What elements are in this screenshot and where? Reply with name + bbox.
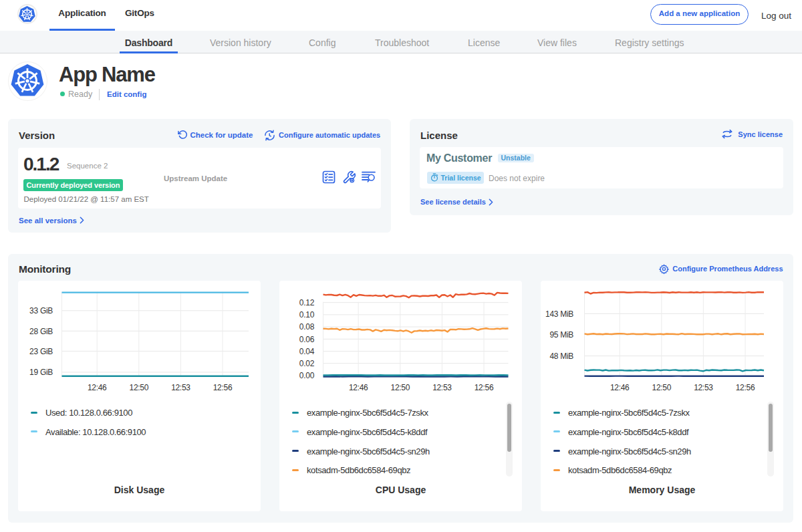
svg-text:12:50: 12:50	[130, 383, 149, 392]
svg-text:12:46: 12:46	[610, 383, 630, 392]
svg-text:12:56: 12:56	[213, 383, 233, 392]
svg-text:12:53: 12:53	[694, 383, 713, 392]
svg-text:12:46: 12:46	[349, 383, 368, 392]
svg-text:143 MiB: 143 MiB	[545, 309, 573, 319]
svg-text:0.04: 0.04	[299, 347, 315, 356]
svg-text:23 GiB: 23 GiB	[29, 347, 53, 356]
svg-text:0.12: 0.12	[299, 298, 315, 307]
svg-text:28 GiB: 28 GiB	[29, 327, 53, 336]
svg-text:0.08: 0.08	[299, 322, 315, 331]
svg-text:12:56: 12:56	[736, 383, 755, 392]
svg-text:95 MiB: 95 MiB	[549, 330, 573, 340]
svg-text:0.02: 0.02	[299, 359, 315, 368]
svg-text:12:53: 12:53	[432, 383, 452, 392]
svg-text:0.00: 0.00	[299, 371, 315, 380]
svg-text:12:46: 12:46	[88, 383, 107, 392]
svg-text:0.10: 0.10	[299, 310, 315, 319]
svg-text:12:50: 12:50	[652, 383, 672, 392]
svg-text:12:53: 12:53	[171, 383, 190, 392]
svg-text:0.06: 0.06	[299, 335, 315, 344]
svg-text:12:56: 12:56	[475, 383, 494, 392]
svg-text:48 MiB: 48 MiB	[549, 352, 573, 361]
svg-text:33 GiB: 33 GiB	[29, 306, 53, 315]
svg-text:12:50: 12:50	[391, 383, 410, 392]
svg-text:19 GiB: 19 GiB	[29, 368, 53, 377]
